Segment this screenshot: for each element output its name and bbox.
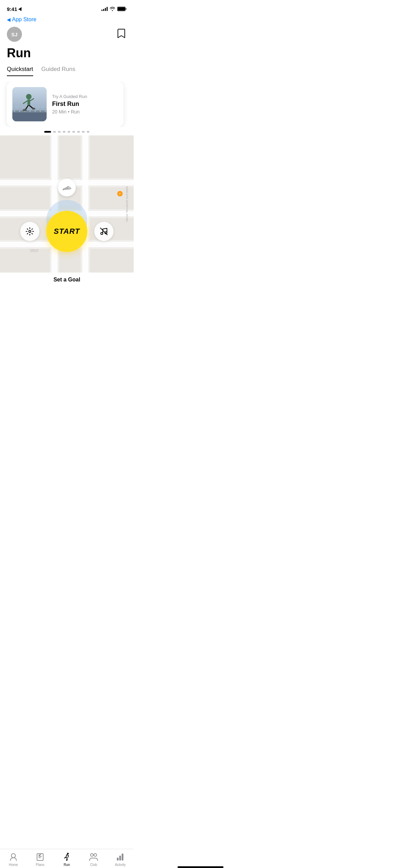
- svg-rect-29: [90, 135, 134, 178]
- music-off-icon: [100, 227, 108, 236]
- cards-scroll-area: Try A Guided Run First Run 20 Min • Run: [0, 82, 134, 127]
- svg-rect-36: [0, 249, 50, 273]
- controls-area: START: [0, 211, 134, 252]
- location-dot: [58, 179, 76, 196]
- avatar[interactable]: SJ: [7, 27, 22, 42]
- indicator-2: [53, 131, 56, 133]
- back-navigation[interactable]: ◀ App Store: [0, 15, 134, 24]
- indicator-9: [87, 131, 89, 133]
- runner-illustration: [12, 87, 47, 121]
- svg-point-45: [101, 232, 103, 234]
- svg-rect-38: [90, 249, 134, 273]
- indicator-5: [68, 131, 70, 133]
- svg-point-44: [29, 230, 31, 232]
- status-icons: [101, 7, 127, 11]
- status-time: 9:41: [7, 6, 23, 12]
- tab-guided-runs[interactable]: Guided Runs: [41, 66, 75, 76]
- card-title: First Run: [52, 100, 118, 108]
- settings-button[interactable]: [20, 222, 39, 241]
- svg-rect-30: [0, 187, 50, 209]
- svg-rect-37: [59, 249, 81, 273]
- card-meta: 20 Min • Run: [52, 109, 118, 114]
- back-label[interactable]: App Store: [12, 16, 36, 23]
- svg-point-20: [32, 108, 35, 110]
- bookmark-button[interactable]: [116, 28, 127, 39]
- battery-icon: [117, 7, 127, 11]
- svg-point-19: [23, 109, 27, 111]
- signal-icon: [101, 7, 108, 11]
- svg-rect-1: [118, 7, 125, 11]
- svg-point-43: [68, 187, 71, 189]
- indicator-4: [63, 131, 65, 133]
- indicator-3: [58, 131, 61, 133]
- svg-rect-3: [12, 112, 47, 121]
- set-goal-label[interactable]: Set a Goal: [53, 277, 80, 282]
- shoe-icon: [62, 184, 72, 191]
- page-title: Run: [0, 42, 134, 62]
- map-area[interactable]: SHMLETE HOSPITAL ROAD SREF P: [0, 135, 134, 273]
- tab-navigation: Quickstart Guided Runs: [0, 62, 134, 76]
- svg-rect-14: [27, 99, 30, 106]
- status-bar: 9:41: [0, 0, 134, 15]
- indicator-7: [77, 131, 80, 133]
- svg-rect-12: [12, 107, 47, 107]
- time-display: 9:41: [7, 6, 17, 12]
- card-content: Try A Guided Run First Run 20 Min • Run: [52, 94, 118, 114]
- wifi-icon: [110, 7, 115, 11]
- indicator-6: [72, 131, 75, 133]
- tab-quickstart[interactable]: Quickstart: [7, 66, 33, 76]
- svg-rect-28: [59, 135, 81, 178]
- location-arrow-icon: [19, 7, 23, 11]
- card-image: [12, 87, 47, 121]
- location-marker: [58, 179, 76, 196]
- page-indicators: [0, 131, 134, 133]
- bookmark-icon: [118, 29, 125, 38]
- page-header: SJ: [0, 24, 134, 42]
- svg-rect-23: [82, 135, 88, 273]
- music-button[interactable]: [94, 222, 113, 241]
- card-subtitle: Try A Guided Run: [52, 94, 118, 99]
- set-goal-section[interactable]: Set a Goal: [0, 273, 134, 286]
- svg-rect-27: [0, 135, 50, 178]
- start-label: START: [54, 227, 80, 236]
- avatar-initials: SJ: [11, 32, 17, 37]
- settings-icon: [26, 227, 34, 236]
- svg-point-13: [26, 94, 32, 99]
- indicator-8: [82, 131, 85, 133]
- guided-run-card[interactable]: Try A Guided Run First Run 20 Min • Run: [7, 82, 123, 127]
- start-button[interactable]: START: [46, 211, 87, 252]
- back-arrow-icon: ◀: [7, 17, 11, 22]
- svg-text:P: P: [119, 193, 121, 195]
- indicator-1: [44, 131, 51, 133]
